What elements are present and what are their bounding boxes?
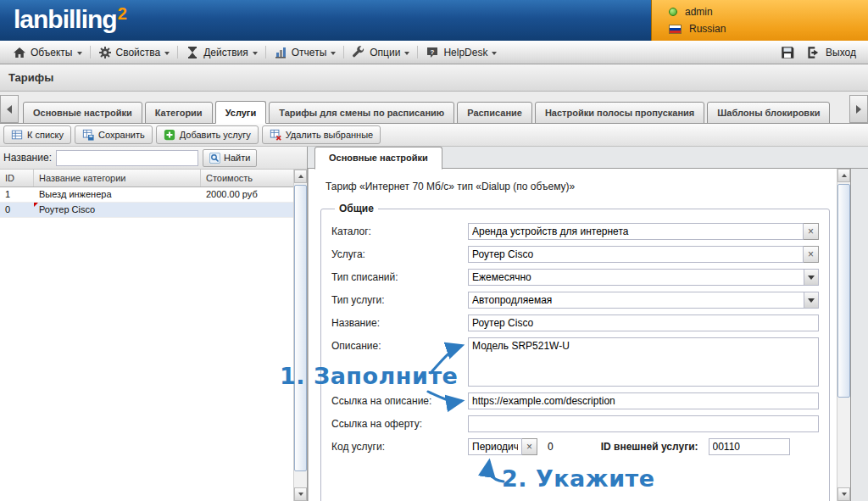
user-box: admin Russian (651, 0, 868, 41)
russia-flag-icon (669, 25, 682, 34)
name-filter-input[interactable] (56, 150, 198, 166)
clear-catalog-button[interactable]: × (804, 223, 819, 240)
table-row[interactable]: 1 Выезд инженера 2000.00 руб (0, 187, 293, 203)
delete-icon (270, 129, 281, 141)
column-header-id[interactable]: ID (0, 170, 34, 186)
menu-options[interactable]: Опции (346, 43, 415, 62)
description-textarea[interactable]: Модель SRP521W-U (468, 337, 819, 387)
charge-type-select[interactable]: Ежемесячно (468, 269, 819, 286)
logo-text: lanbilling (14, 5, 117, 33)
chevron-down-icon (77, 52, 82, 55)
service-input[interactable] (468, 246, 804, 263)
logo-sup: 2 (118, 4, 126, 23)
tab-services[interactable]: Услуги (215, 101, 267, 124)
gear-icon (98, 46, 112, 59)
tabs-scroll-right-button[interactable] (849, 95, 868, 123)
chevron-down-icon (404, 52, 409, 55)
field-row-name: Название: (331, 315, 819, 331)
chevron-down-icon (808, 298, 815, 303)
tab-block-templates[interactable]: Шаблоны блокировки (707, 102, 830, 124)
app-logo: lanbilling2 (14, 5, 126, 34)
menu-actions[interactable]: Действия (180, 43, 264, 62)
menu-properties[interactable]: Свойства (92, 43, 176, 62)
name-label: Название: (331, 315, 468, 329)
menu-separator (90, 46, 91, 58)
bar-chart-icon (274, 46, 287, 59)
svg-text:?: ? (431, 47, 435, 55)
field-row-service-code: Код услуги: × 0 ID внешней услуги: (331, 438, 819, 455)
field-row-catalog: Каталог: × (331, 223, 819, 240)
tab-schedule[interactable]: Расписание (457, 102, 532, 124)
save-button[interactable]: Сохранить (75, 125, 153, 144)
scroll-up-button[interactable] (294, 170, 307, 183)
arrow-left-icon (7, 105, 12, 114)
tab-main-settings[interactable]: Основные настройки (23, 102, 142, 124)
chevron-down-icon (164, 52, 170, 55)
column-header-name[interactable]: Название категории (34, 170, 201, 186)
service-kind-select[interactable]: Автопродляемая (468, 292, 819, 309)
scrollbar-thumb[interactable] (294, 185, 307, 471)
menu-reports[interactable]: Отчеты (268, 43, 342, 62)
lanbilling-app: lanbilling2 admin Russian Объекты Свойст… (0, 0, 868, 501)
field-row-description-link: Ссылка на описание: (331, 392, 819, 409)
name-input[interactable] (468, 315, 819, 331)
service-code-suffix: 0 (548, 438, 554, 453)
chevron-down-icon (808, 276, 815, 280)
language-selector[interactable]: Russian (669, 20, 868, 37)
description-link-label: Ссылка на описание: (331, 392, 468, 407)
add-plus-icon (164, 129, 175, 141)
scrollbar-thumb[interactable] (837, 184, 850, 398)
annotation-step2: 2. Укажите (502, 465, 655, 492)
hourglass-icon (186, 46, 199, 59)
language-label: Russian (689, 23, 726, 35)
main-menubar: Объекты Свойства Действия Отчеты Опции (0, 41, 868, 64)
scroll-up-button[interactable] (837, 169, 850, 182)
dropdown-button[interactable] (804, 270, 818, 285)
exit-door-icon (805, 45, 821, 60)
offer-link-input[interactable] (468, 415, 819, 432)
catalog-label: Каталог: (331, 223, 468, 237)
tab-detail-main-settings[interactable]: Основные настройки (314, 147, 442, 170)
delete-selected-button[interactable]: Удалить выбранные (262, 125, 381, 144)
scroll-down-button[interactable] (294, 487, 307, 501)
menu-helpdesk[interactable]: ? HelpDesk (420, 43, 503, 62)
current-user[interactable]: admin (669, 3, 868, 20)
dropdown-button[interactable] (804, 292, 818, 308)
external-id-input[interactable] (709, 438, 790, 455)
scroll-down-button[interactable] (837, 487, 850, 501)
cell-price: 2000.00 руб (201, 187, 293, 202)
column-header-price[interactable]: Стоимость (201, 170, 293, 186)
find-button[interactable]: Найти (203, 149, 257, 167)
menu-actions-label: Действия (203, 47, 248, 58)
tab-bandwidth-settings[interactable]: Настройки полосы пропускания (535, 102, 704, 124)
cell-name: Выезд инженера (34, 187, 201, 202)
service-code-input[interactable] (468, 438, 522, 455)
detail-scrollbar[interactable] (837, 169, 850, 501)
clear-service-button[interactable]: × (804, 246, 819, 263)
table-row-selected[interactable]: 0 Роутер Cisco (0, 203, 293, 218)
save-session-icon[interactable] (780, 45, 795, 60)
field-row-service: Услуга: × (331, 246, 819, 263)
left-panel-scrollbar[interactable] (293, 170, 307, 501)
tabs-scroll-left-button[interactable] (0, 95, 19, 123)
save-grid-icon (82, 129, 94, 141)
clear-service-code-button[interactable]: × (522, 438, 537, 455)
tab-categories[interactable]: Категории (145, 102, 213, 124)
service-kind-label: Тип услуги: (331, 292, 468, 306)
menu-separator (177, 46, 178, 58)
online-status-icon (669, 8, 677, 16)
field-row-charge-type: Тип списаний: Ежемесячно (331, 269, 819, 286)
tariff-subtitle: Тариф «Интернет 70 Мб/с» тип «Dialup (по… (309, 169, 837, 203)
page-title: Тарифы (0, 64, 868, 92)
description-link-input[interactable] (468, 392, 819, 409)
add-service-button[interactable]: Добавить услугу (156, 125, 259, 144)
tab-scheduled-tariffs[interactable]: Тарифы для смены по расписанию (269, 102, 454, 124)
field-row-offer-link: Ссылка на оферту: (331, 415, 819, 432)
back-to-list-button[interactable]: К списку (3, 125, 71, 144)
menu-separator (343, 46, 344, 58)
menu-objects[interactable]: Объекты (7, 43, 88, 62)
chevron-down-icon (331, 52, 336, 55)
logout-button[interactable]: Выход (805, 45, 856, 60)
catalog-input[interactable] (468, 223, 804, 240)
arrow-up-icon (298, 175, 303, 178)
